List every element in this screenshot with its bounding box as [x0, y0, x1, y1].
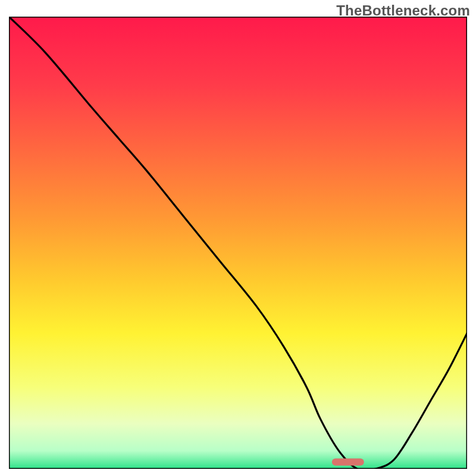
- watermark-text: TheBottleneck.com: [336, 2, 470, 19]
- gradient-background: [9, 17, 467, 469]
- chart-container: TheBottleneck.com: [0, 0, 476, 476]
- optimal-range-marker: [332, 459, 364, 466]
- bottleneck-chart: [9, 17, 467, 469]
